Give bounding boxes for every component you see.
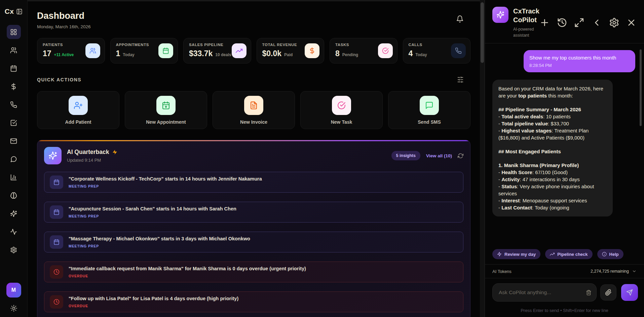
stat-value: $0.0k [262, 49, 282, 58]
sun-icon[interactable] [10, 305, 17, 312]
sidebar-item-patients[interactable] [7, 43, 21, 57]
insights-count-badge: 5 insights [391, 151, 420, 160]
brain-icon [10, 192, 17, 199]
stat-card-patients: PATIENTS17+11 Active [37, 38, 105, 64]
expand-button[interactable] [574, 17, 584, 28]
copilot-input-row [485, 278, 644, 305]
ai-quarterback-title: AI Quarterback [67, 149, 109, 156]
copilot-header-actions [539, 18, 637, 27]
stat-card-calls: CALLS4Today [403, 38, 471, 64]
insights-list: "Corporate Wellness Kickoff - TechCorp" … [44, 172, 463, 312]
chip-label: Pipeline check [557, 252, 588, 257]
copilot-input-wrap[interactable] [492, 283, 597, 302]
phone-icon [10, 101, 17, 108]
copilot-input[interactable] [499, 289, 586, 295]
sparkles-icon [48, 151, 57, 160]
info-icon [602, 252, 607, 256]
sidebar-item-analytics[interactable] [7, 170, 21, 184]
insight-tag: OVERDUE [69, 304, 238, 308]
settings-button[interactable] [609, 17, 619, 28]
stat-card-sales-pipeline: SALES PIPELINE$33.7k10 deals [183, 38, 251, 64]
paperclip-icon [605, 289, 612, 296]
new-chat-button[interactable] [539, 17, 550, 28]
calendar-icon [50, 235, 63, 249]
sparkles-icon [496, 11, 504, 19]
chat-scrollbar-thumb[interactable] [640, 49, 642, 126]
sidebar-item-email[interactable] [7, 134, 21, 148]
calendar-plus-icon [156, 96, 176, 115]
insight-tag: MEETING PREP [69, 244, 250, 248]
refresh-icon[interactable] [458, 153, 463, 159]
sidebar-item-billing[interactable] [7, 79, 21, 93]
check-square-icon [10, 119, 17, 126]
main-content: Dashboard Monday, March 16th, 2026 PATIE… [28, 0, 480, 317]
attach-button[interactable] [600, 284, 616, 301]
user-message-text: Show me my top customers this month [529, 54, 630, 61]
ai-tokens-value-group[interactable]: 2,274,725 remaining [591, 269, 637, 274]
insight-row[interactable]: "Acupuncture Session - Sarah Chen" start… [44, 202, 463, 223]
main-scrollbar-thumb[interactable] [481, 2, 484, 63]
top-strip [28, 0, 480, 1]
insight-row[interactable]: "Immediate callback request from Manik S… [44, 262, 463, 282]
quick-action-label: Send SMS [418, 119, 441, 125]
stat-value: 17 [43, 49, 51, 58]
trending-up-icon [232, 43, 247, 58]
mail-icon [10, 137, 17, 145]
user-message-bubble: Show me my top customers this month 8:28… [524, 50, 635, 72]
stat-value: 8 [335, 49, 340, 58]
clear-chat-trash-icon[interactable] [586, 290, 592, 295]
insight-row[interactable]: "Follow up with Lisa Patel" for Lisa Pat… [44, 291, 463, 312]
suggestion-chips-row: Review my dayPipeline checkHelp [485, 245, 644, 264]
sidebar-item-calls[interactable] [7, 97, 21, 112]
sidebar-item-calendar[interactable] [7, 61, 21, 75]
calendar-icon [10, 65, 17, 72]
sidebar-item-activity[interactable] [7, 225, 21, 239]
check-circle-icon [378, 43, 393, 58]
chevron-down-icon[interactable] [632, 269, 637, 274]
insight-tag: OVERDUE [69, 274, 306, 278]
send-button[interactable] [621, 284, 638, 301]
quick-action-add-patient[interactable]: Add Patient [37, 91, 119, 129]
quick-action-label: New Appointment [146, 119, 186, 125]
zap-icon [497, 252, 502, 256]
chip-pipeline-check[interactable]: Pipeline check [545, 249, 592, 259]
logo: Cx [5, 7, 23, 15]
quick-action-new-invoice[interactable]: New Invoice [213, 91, 295, 129]
stat-value: 4 [409, 49, 413, 58]
collapse-button[interactable] [592, 17, 602, 28]
ai-quarterback-icon [44, 147, 62, 164]
zap-icon [112, 149, 118, 155]
main-scrollbar[interactable] [480, 0, 485, 317]
sidebar-item-tasks[interactable] [7, 116, 21, 130]
insight-row[interactable]: "Corporate Wellness Kickoff - TechCorp" … [44, 172, 463, 193]
page-date: Monday, March 16th, 2026 [37, 24, 91, 29]
chip-review-my-day[interactable]: Review my day [492, 249, 540, 259]
history-button[interactable] [557, 17, 567, 28]
copilot-panel: CxTrack CoPilot AI-powered assistant Sho… [485, 0, 644, 317]
quick-action-new-appointment[interactable]: New Appointment [125, 91, 207, 129]
users-icon [10, 47, 17, 54]
stat-sub: Pending [342, 52, 358, 57]
sidebar-nav [7, 25, 21, 257]
chip-help[interactable]: Help [597, 249, 623, 259]
filter-sliders-icon[interactable] [457, 76, 464, 83]
close-button[interactable] [626, 17, 637, 28]
insight-row[interactable]: "Massage Therapy - Michael Okonkwo" star… [44, 232, 463, 252]
assistant-message-bubble: Based on your CRM data for March 2026, h… [492, 80, 613, 216]
insight-title: "Acupuncture Session - Sarah Chen" start… [69, 206, 236, 211]
quick-action-new-task[interactable]: New Task [300, 91, 383, 129]
sidebar-item-settings[interactable] [7, 243, 21, 257]
notifications-bell-icon[interactable] [456, 15, 464, 23]
sidebar-item-ai-brain[interactable] [7, 188, 21, 202]
chip-label: Review my day [504, 252, 536, 257]
stat-value: 1 [116, 49, 120, 58]
copilot-subtitle: AI-powered assistant [513, 26, 539, 38]
avatar[interactable]: M [6, 283, 21, 298]
sidebar-toggle-icon[interactable] [16, 8, 23, 15]
quick-action-send-sms[interactable]: Send SMS [388, 91, 470, 129]
sidebar-item-ai-assistant[interactable] [7, 206, 21, 221]
sidebar-item-dashboard[interactable] [7, 25, 21, 39]
message-circle-icon [10, 156, 17, 163]
view-all-link[interactable]: View all (10) [426, 153, 452, 158]
sidebar-item-messages[interactable] [7, 152, 21, 166]
